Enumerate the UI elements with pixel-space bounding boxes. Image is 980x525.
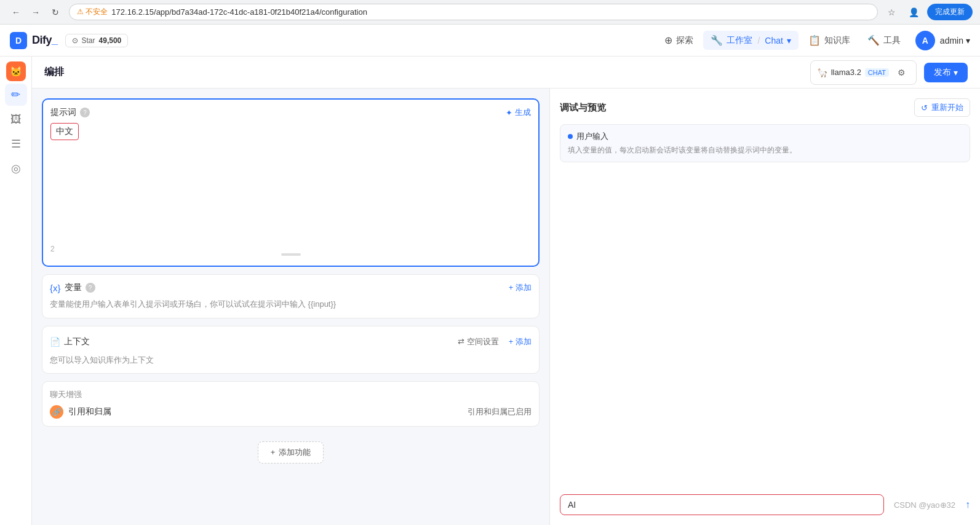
list-icon: ☰ xyxy=(11,137,21,151)
nav-knowledge[interactable]: 📋 知识库 xyxy=(801,31,858,50)
knowledge-label: 知识库 xyxy=(824,35,850,46)
prompt-header: 提示词 ? ✦ 生成 xyxy=(50,107,531,118)
sidebar-app-icon[interactable]: 🐱 xyxy=(6,61,26,81)
logo-area: D Dify_ xyxy=(10,32,58,49)
user-avatar[interactable]: A xyxy=(915,31,935,50)
citation-status: 引用和归属已启用 xyxy=(468,406,532,417)
context-label: 上下文 xyxy=(64,336,90,347)
sidebar-item-image[interactable]: 🖼 xyxy=(5,108,27,130)
sidebar-item-edit[interactable]: ✏ xyxy=(5,84,27,106)
variable-section: {x} 变量 ? + 添加 变量能使用户输入表单引入提示词或开场白，你可以试试在… xyxy=(42,274,540,318)
prompt-content-tag[interactable]: 中文 xyxy=(50,123,79,140)
model-settings-button[interactable]: ⚙ xyxy=(893,64,910,81)
top-nav: D Dify_ ⊙ Star 49,500 ⊕ 探索 🔧 工作室 / Chat … xyxy=(0,25,980,57)
context-add-button[interactable]: + 添加 xyxy=(509,336,532,347)
citation-row: 🔗 引用和归属 引用和归属已启用 xyxy=(50,405,532,419)
star-label: Star xyxy=(82,36,95,45)
context-description: 您可以导入知识库作为上下文 xyxy=(50,355,532,366)
model-selector[interactable]: 🦙 llama3.2 CHAT ⚙ xyxy=(810,60,917,85)
tools-icon: 🔨 xyxy=(867,34,880,46)
context-settings-icon: ⇄ xyxy=(458,337,464,346)
context-icon: 📄 xyxy=(50,337,60,347)
admin-label[interactable]: admin ▾ xyxy=(940,36,970,45)
app-layout: 🐱 ✏ 🖼 ☰ ◎ 编排 🦙 llama3.2 CHAT ⚙ 发布 ▾ xyxy=(0,57,980,525)
preview-title: 调试与预览 xyxy=(560,102,606,114)
editor-panel: 提示词 ? ✦ 生成 中文 2 xyxy=(32,89,549,525)
logo-icon: D xyxy=(10,32,27,49)
refresh-button[interactable]: ↻ xyxy=(47,4,64,21)
github-icon: ⊙ xyxy=(72,36,78,45)
variable-description: 变量能使用户输入表单引入提示词或开场白，你可以试试在提示词中输入 {{input… xyxy=(50,298,532,310)
tools-label: 工具 xyxy=(883,35,901,46)
publish-label: 发布 xyxy=(934,67,951,78)
user-input-label: 用户输入 xyxy=(568,131,962,142)
publish-button[interactable]: 发布 ▾ xyxy=(924,63,968,82)
drag-handle[interactable] xyxy=(281,253,301,256)
citation-label: 🔗 引用和归属 xyxy=(50,405,111,419)
edit-icon: ✏ xyxy=(11,88,20,101)
variable-add-label: + 添加 xyxy=(509,282,532,293)
nav-links: ⊕ 探索 🔧 工作室 / Chat ▾ 📋 知识库 🔨 工具 xyxy=(657,31,907,50)
publish-chevron-icon: ▾ xyxy=(954,68,958,77)
forward-button[interactable]: → xyxy=(27,4,44,21)
add-feature-button[interactable]: + 添加功能 xyxy=(258,441,324,464)
citation-icon: 🔗 xyxy=(50,405,63,419)
citation-text: 引用和归属 xyxy=(68,406,111,417)
bookmark-button[interactable]: ☆ xyxy=(883,4,900,21)
back-button[interactable]: ← xyxy=(7,4,25,21)
sidebar-item-list[interactable]: ☰ xyxy=(5,133,27,155)
sidebar-item-circle[interactable]: ◎ xyxy=(5,157,27,180)
explore-icon: ⊕ xyxy=(664,34,672,46)
add-feature-label: 添加功能 xyxy=(279,447,311,458)
main-content: 编排 🦙 llama3.2 CHAT ⚙ 发布 ▾ 提示词 xyxy=(32,57,980,525)
knowledge-icon: 📋 xyxy=(808,34,821,46)
update-button[interactable]: 完成更新 xyxy=(927,4,973,20)
prompt-editor[interactable]: 中文 2 xyxy=(50,123,531,258)
generate-button[interactable]: ✦ 生成 xyxy=(506,107,531,118)
context-actions: ⇄ 空间设置 + 添加 xyxy=(453,334,532,350)
variable-label: 变量 xyxy=(65,282,82,293)
nav-explore[interactable]: ⊕ 探索 xyxy=(657,31,701,50)
variable-header: {x} 变量 ? + 添加 xyxy=(50,282,532,293)
nav-tools[interactable]: 🔨 工具 xyxy=(860,31,908,50)
add-feature-icon: + xyxy=(271,448,276,457)
address-bar[interactable]: ⚠ 不安全 172.16.2.15/app/bd7a34ad-172c-41dc… xyxy=(69,4,878,20)
user-input-description: 填入变量的值，每次启动新会话时该变量将自动替换提示词中的变量。 xyxy=(568,144,962,156)
user-dot xyxy=(568,134,573,139)
send-button[interactable]: ↑ xyxy=(965,499,970,510)
generate-label: 生成 xyxy=(515,107,531,118)
variable-icon: {x} xyxy=(50,283,61,293)
nav-workspace[interactable]: 🔧 工作室 / Chat ▾ xyxy=(703,31,798,50)
workspace-icon: 🔧 xyxy=(711,34,723,46)
prompt-line-number: 2 xyxy=(50,245,55,253)
variable-add-button[interactable]: + 添加 xyxy=(509,282,532,293)
prompt-info-icon[interactable]: ? xyxy=(80,108,90,117)
chat-input[interactable] xyxy=(560,494,884,515)
nav-right: A admin ▾ xyxy=(915,31,970,50)
preview-panel: 调试与预览 ↺ 重新开始 用户输入 填入变量的值，每次启动新会话时该变量将自动替… xyxy=(549,89,980,525)
circle-icon: ◎ xyxy=(11,162,21,175)
chat-section: 聊天增强 🔗 引用和归属 引用和归属已启用 xyxy=(42,381,540,427)
context-settings-label: 空间设置 xyxy=(467,336,499,347)
context-settings-button[interactable]: ⇄ 空间设置 xyxy=(453,334,504,350)
split-pane: 提示词 ? ✦ 生成 中文 2 xyxy=(32,89,980,525)
restart-button[interactable]: ↺ 重新开始 xyxy=(914,98,970,117)
user-input-box: 用户输入 填入变量的值，每次启动新会话时该变量将自动替换提示词中的变量。 xyxy=(560,124,970,162)
csdn-watermark: CSDN @yao⊕32 xyxy=(889,500,960,510)
url-text: 172.16.2.15/app/bd7a34ad-172c-41dc-a181-… xyxy=(111,7,367,17)
profile-button[interactable]: 👤 xyxy=(905,4,922,21)
github-star-button[interactable]: ⊙ Star 49,500 xyxy=(65,34,129,47)
sidebar: 🐱 ✏ 🖼 ☰ ◎ xyxy=(0,57,32,525)
chat-section-title: 聊天增强 xyxy=(50,389,532,400)
generate-icon: ✦ xyxy=(506,108,512,117)
logo-text: Dify_ xyxy=(32,34,58,47)
workspace-chevron: ▾ xyxy=(787,36,791,45)
admin-chevron-icon: ▾ xyxy=(966,36,970,45)
restart-label: 重新开始 xyxy=(931,102,963,113)
context-title: 📄 上下文 xyxy=(50,336,90,347)
context-add-label: + 添加 xyxy=(509,336,532,347)
add-feature-row: + 添加功能 xyxy=(42,434,540,471)
image-icon: 🖼 xyxy=(10,113,22,126)
preview-spacer xyxy=(560,162,970,484)
variable-info-icon[interactable]: ? xyxy=(86,283,95,293)
